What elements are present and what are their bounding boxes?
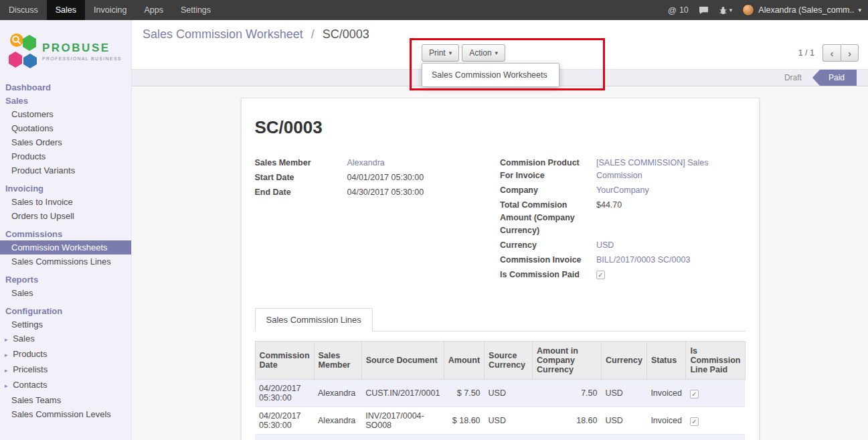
sidebar-item-commission-worksheets[interactable]: Commission Worksheets <box>0 240 131 254</box>
sidebar-section-configuration[interactable]: Configuration <box>0 304 131 317</box>
sidebar-item-products[interactable]: Products <box>0 149 131 163</box>
expand-arrow-icon: ▸ <box>5 352 8 358</box>
sidebar-item-settings[interactable]: Settings <box>0 317 131 332</box>
sidebar-section-commissions[interactable]: Commissions <box>0 227 131 240</box>
sales-member-link[interactable]: Alexandra <box>347 157 501 169</box>
sidebar-item-config-contacts[interactable]: ▸ Contacts <box>0 378 131 393</box>
status-draft[interactable]: Draft <box>774 70 812 86</box>
sidebar-item-config-sales[interactable]: ▸ Sales <box>0 332 131 347</box>
field-company: Company YourCompany <box>500 184 746 197</box>
col-commission-date[interactable]: Commission Date <box>255 342 314 380</box>
check-icon: ✓ <box>691 419 697 425</box>
currency-link[interactable]: USD <box>596 239 746 252</box>
action-button[interactable]: Action ▾ <box>462 44 505 62</box>
logo-icon <box>8 33 37 69</box>
company-link[interactable]: YourCompany <box>596 184 746 197</box>
sidebar-item-config-products[interactable]: ▸ Products <box>0 347 131 362</box>
pager-next-button[interactable]: › <box>841 44 859 62</box>
app-logo[interactable]: PROBUSE PROFESSIONAL BUSINESS <box>0 20 131 80</box>
sidebar-item-label: Products <box>13 349 47 359</box>
col-status[interactable]: Status <box>646 342 686 380</box>
field-label: Commision Product For Invoice <box>500 157 596 182</box>
check-icon: ✓ <box>691 391 697 398</box>
cell-currency: USD <box>602 380 647 407</box>
print-button[interactable]: Print ▾ <box>422 44 459 62</box>
control-panel: Sales Commission Worksheet / SC/0003 Pri… <box>132 20 868 69</box>
notebook: Sales Commission Lines Commission Date S… <box>255 307 746 440</box>
cell-commission-date: 04/20/2017 05:30:00 <box>255 380 314 407</box>
cell-source-document: CUST.IN/2017/0001 <box>361 380 444 407</box>
print-button-label: Print <box>429 48 446 58</box>
field-label: Company <box>500 184 596 197</box>
sidebar-item-sales-orders[interactable]: Sales Orders <box>0 135 131 149</box>
sidebar-section-reports[interactable]: Reports <box>0 273 131 286</box>
user-menu[interactable]: Alexandra (Sales_comm.. ▾ <box>742 4 861 16</box>
table-row[interactable]: 04/20/2017 10:35:53 Alexandra SO008 $ 18… <box>255 435 745 440</box>
sidebar-item-sales-commissions-lines[interactable]: Sales Commissions Lines <box>0 254 131 269</box>
expand-arrow-icon: ▸ <box>5 367 8 374</box>
topnav-discuss[interactable]: Discuss <box>0 0 47 20</box>
line-paid-checkbox[interactable]: ✓ <box>690 390 699 398</box>
sidebar-item-quotations[interactable]: Quotations <box>0 121 131 135</box>
sidebar-item-sales-to-invoice[interactable]: Sales to Invoice <box>0 195 131 209</box>
col-source-currency[interactable]: Source Currency <box>485 342 533 380</box>
topnav-settings[interactable]: Settings <box>172 0 220 20</box>
sidebar-item-reports-sales[interactable]: Sales <box>0 286 131 300</box>
field-group-left: Sales Member Alexandra Start Date 04/01/… <box>255 157 501 283</box>
sidebar-item-label: Contacts <box>13 380 47 390</box>
sidebar-item-dashboard[interactable]: Dashboard <box>0 80 131 94</box>
topnav-sales[interactable]: Sales <box>47 0 85 20</box>
field-label: Is Commission Paid <box>500 269 596 281</box>
breadcrumb-parent[interactable]: Sales Commission Worksheet <box>143 27 303 41</box>
topbar-right: @ 10 ▾ Alexandra (Sales_comm.. ▾ <box>668 0 868 20</box>
sidebar-item-label: Sales <box>13 334 35 344</box>
commission-invoice-link[interactable]: BILL/2017/0003 SC/0003 <box>596 254 746 267</box>
caret-down-icon: ▾ <box>449 50 452 56</box>
topnav-apps[interactable]: Apps <box>135 0 172 20</box>
col-sales-member[interactable]: Sales Member <box>314 342 361 380</box>
field-total-commission-amount: Total Commision Amount (Company Currency… <box>500 199 746 237</box>
sidebar-item-config-pricelists[interactable]: ▸ Pricelists <box>0 362 131 378</box>
line-paid-checkbox[interactable]: ✓ <box>690 417 699 426</box>
sidebar-section-invoicing[interactable]: Invoicing <box>0 181 131 195</box>
cell-amount-company-currency: 18.60 <box>533 407 602 435</box>
col-line-paid[interactable]: Is Commission Line Paid <box>686 342 745 380</box>
chevron-right-icon: › <box>848 48 851 59</box>
mentions-counter[interactable]: @ 10 <box>668 5 689 15</box>
col-amount[interactable]: Amount <box>444 342 484 380</box>
sidebar-section-sales[interactable]: Sales <box>0 94 131 107</box>
chevron-left-icon: ‹ <box>831 48 834 59</box>
pager: 1 / 1 ‹ › <box>798 44 859 62</box>
table-header-row: Commission Date Sales Member Source Docu… <box>255 342 745 380</box>
user-name: Alexandra (Sales_comm.. <box>758 5 854 15</box>
commission-product-link[interactable]: [SALES COMMISSION] Sales Commission <box>596 157 746 182</box>
sidebar-item-orders-to-upsell[interactable]: Orders to Upsell <box>0 209 131 223</box>
topnav-invoicing[interactable]: Invoicing <box>85 0 135 20</box>
col-amount-company-currency[interactable]: Amount in Company Currency <box>533 342 602 380</box>
cell-amount: $ 18.60 <box>444 407 484 435</box>
cell-status: Invoiced <box>646 435 686 440</box>
sidebar-item-sales-teams[interactable]: Sales Teams <box>0 393 131 407</box>
topbar: Discuss Sales Invoicing Apps Settings @ … <box>0 0 868 20</box>
messages-icon[interactable] <box>699 6 709 15</box>
end-date-value: 04/30/2017 05:30:00 <box>347 186 501 199</box>
cell-line-paid: ✓ <box>686 380 745 407</box>
cell-source-document: SO008 <box>361 435 444 440</box>
status-paid[interactable]: Paid <box>812 70 857 86</box>
logo-text-block: PROBUSE PROFESSIONAL BUSINESS <box>42 42 122 61</box>
col-currency[interactable]: Currency <box>602 342 647 380</box>
table-row[interactable]: 04/20/2017 05:30:00 Alexandra CUST.IN/20… <box>255 380 745 407</box>
is-commission-paid-checkbox[interactable]: ✓ <box>596 271 605 279</box>
debug-menu[interactable]: ▾ <box>719 6 733 15</box>
caret-down-icon: ▾ <box>495 50 499 56</box>
sidebar-item-product-variants[interactable]: Product Variants <box>0 163 131 177</box>
tab-sales-commission-lines[interactable]: Sales Commission Lines <box>255 308 373 332</box>
pager-previous-button[interactable]: ‹ <box>822 44 841 62</box>
cell-currency: USD <box>602 435 647 440</box>
sidebar-item-sales-commission-levels[interactable]: Sales Commission Levels <box>0 407 131 421</box>
cell-line-paid: ✓ <box>686 407 745 435</box>
col-source-document[interactable]: Source Document <box>361 342 444 380</box>
menu-item-sales-commission-worksheets[interactable]: Sales Commission Worksheets <box>422 66 559 84</box>
table-row[interactable]: 04/20/2017 05:30:00 Alexandra INV/2017/0… <box>255 407 745 435</box>
sidebar-item-customers[interactable]: Customers <box>0 107 131 121</box>
